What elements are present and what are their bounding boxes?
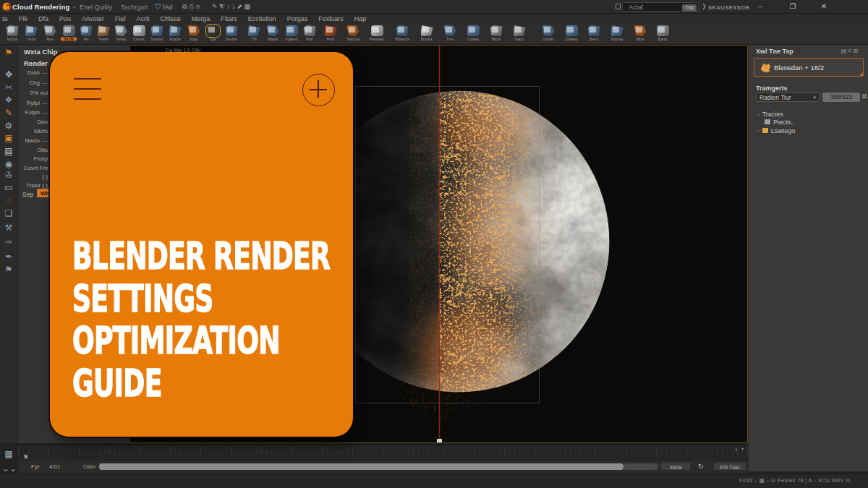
left-tool-icon[interactable]: ❏ — [2, 207, 15, 219]
menu-item[interactable]: Porgas — [287, 15, 308, 22]
menu-item[interactable]: Hap — [354, 15, 367, 22]
timeline-frames-button[interactable]: 460a — [660, 462, 691, 471]
tree-item-lswtego[interactable]: ›Lswtego — [757, 127, 795, 134]
left-tool-icon[interactable]: ◉ — [2, 158, 15, 170]
toolbar-item-sk2m[interactable]: SK2M — [59, 25, 78, 45]
maximize-button[interactable]: ❐ — [788, 2, 798, 10]
menu-item[interactable]: Fexluars — [318, 15, 344, 22]
toolbar-item-crbdes[interactable]: Crbdes — [539, 25, 558, 45]
left-panel-row[interactable]: Fxstp — [33, 155, 48, 162]
left-panel-row[interactable]: 0% nul — [30, 90, 48, 96]
search-input[interactable]: Actal Tlst — [622, 2, 699, 12]
titlebar-icon-cluster-2[interactable]: ✎ ⧨ ↕ ⤵ ⬈ ▦ — [212, 3, 250, 11]
toolbar-item-bang[interactable]: Bang — [653, 25, 672, 45]
menu-item[interactable]: Pik — [19, 15, 28, 22]
toolbar-item-geomt[interactable]: Geomt — [222, 25, 241, 45]
toolbar-item-reorlaer[interactable]: Reorlaer — [367, 25, 386, 45]
loop-icon[interactable]: ↻ — [698, 463, 704, 470]
minimize-button[interactable]: – — [755, 2, 765, 10]
toolbar-item-bend[interactable]: Bend — [584, 25, 603, 45]
left-tool-icon[interactable]: ▣ — [2, 132, 15, 144]
panel-toggle-icon[interactable] — [616, 4, 621, 9]
menu-item[interactable]: Pou — [59, 15, 71, 22]
toolbar-item-tyje[interactable]: Tyje — [203, 25, 222, 45]
left-tool-icon[interactable]: ✒ — [2, 251, 15, 262]
toolbar-item-tesns[interactable]: Tesns — [94, 25, 113, 45]
tree-item-tracies[interactable]: ›Tracies — [757, 111, 783, 118]
timeline-ruler[interactable]: S ▴ ▾ — [18, 445, 748, 460]
left-tool-icon[interactable]: ◌ — [2, 194, 15, 206]
toolbar-item-txst[interactable]: Txst — [441, 25, 459, 45]
chevron-down-icon[interactable]: ⌄ — [72, 3, 77, 9]
timeline-scrollbar[interactable] — [99, 463, 624, 470]
left-panel-row[interactable]: Cirg— — [29, 80, 48, 86]
toolbar-item-sutorap[interactable]: Sutorap — [608, 25, 626, 45]
toolbar-item-inglend[interactable]: Inglend — [282, 25, 301, 45]
left-tool-icon[interactable]: ⚑ — [2, 47, 15, 59]
toolbar-item-tfri[interactable]: Tfri — [244, 25, 263, 45]
toolbar-item-covars[interactable]: Covars — [464, 25, 482, 45]
toolbar-item-nebal[interactable]: Nebal — [111, 25, 130, 45]
left-panel-row[interactable]: Covrt Fm — [24, 165, 48, 171]
left-panel-row[interactable]: Gan — [37, 119, 48, 125]
toolbar-item-cnlatsy[interactable]: Cnlatsy — [562, 25, 581, 45]
left-tool-icon[interactable]: ▤ — [2, 145, 15, 157]
toolbar-item-hidserds[interactable]: Hidserds — [393, 25, 412, 45]
left-tool-icon[interactable]: ⚒ — [2, 222, 15, 234]
menu-item[interactable]: ta — [2, 15, 8, 22]
left-tool-icon[interactable]: ✥ — [2, 69, 15, 80]
close-button[interactable]: ✕ — [819, 2, 829, 10]
tree-item-piects[interactable]: Piects.. — [765, 119, 795, 126]
left-panel-row[interactable]: Micfu — [34, 128, 48, 134]
left-tool-icon[interactable]: ⚑ — [2, 264, 15, 275]
toolbar-item-bisch[interactable]: Bisch — [487, 25, 506, 45]
toolbar-item-injgs[interactable]: Injgs — [184, 25, 203, 45]
left-tool-icon[interactable]: ✂ — [2, 82, 15, 93]
titlebar-icon-cluster-1[interactable]: ⧉ ⎙ ⊕ — [182, 3, 200, 11]
toolbar-item-rarl[interactable]: Rarl — [300, 25, 319, 45]
left-tool-icon[interactable]: ✎ — [2, 107, 15, 119]
toolbar-item-systoer[interactable]: Systoer — [148, 25, 166, 45]
menu-item[interactable]: Fiel — [115, 15, 126, 22]
timeline-scrollbar-track[interactable] — [624, 463, 658, 470]
toolbar-item-punt[interactable]: Punt — [321, 25, 340, 45]
menu-item[interactable]: Ecctietlon — [248, 15, 276, 22]
toolbar-item-lerpolt[interactable]: lerpolt — [3, 25, 22, 45]
left-panel-row[interactable]: Nwdn— — [25, 137, 48, 144]
object-field[interactable]: Blensdan + 18/2 — [754, 58, 864, 77]
toolbar-item-wiss[interactable]: Wiss — [631, 25, 650, 45]
right-panel-header-icons[interactable]: ▤ ≡ ⊞ — [841, 48, 858, 54]
toolbar-item-gaicy[interactable]: Gaicy — [510, 25, 529, 45]
menu-item[interactable]: Anvoter — [82, 15, 104, 22]
left-tool-icon[interactable]: ❖ — [2, 94, 15, 106]
timeline-nav-arrows[interactable]: ▴ ▾ — [735, 446, 745, 451]
menu-item[interactable]: Chlsea — [161, 15, 181, 22]
timeline-left-icon[interactable]: ⌄⌄ — [2, 463, 15, 474]
menu-item[interactable]: Fitars — [221, 15, 237, 22]
left-panel-row[interactable]: Rytpl— — [27, 100, 48, 106]
left-panel-row[interactable]: Futph— — [25, 109, 48, 116]
hamburger-menu-icon[interactable] — [74, 78, 101, 100]
toolbar-item-bujsick[interactable]: Bujsick — [417, 25, 436, 45]
toolbar-item-acacte[interactable]: Acacte — [166, 25, 184, 45]
left-panel-row[interactable]: Olts — [38, 147, 48, 153]
timeline-left-icon[interactable]: ▦ — [2, 448, 15, 460]
toolbar-item-masiw[interactable]: Masiw — [263, 25, 282, 45]
left-tool-icon[interactable]: ▭ — [2, 181, 15, 193]
left-panel-row[interactable]: Trasir ( ) — [26, 182, 48, 189]
menu-item[interactable]: Acrit — [137, 15, 150, 22]
toolbar-item-altar[interactable]: Altar — [41, 25, 59, 45]
left-panel-row[interactable]: ( ) — [42, 174, 48, 180]
left-tool-icon[interactable]: ⚙ — [2, 120, 15, 132]
left-tool-icon[interactable]: ✑ — [2, 236, 15, 248]
toolbar-item-arr[interactable]: Arr — [77, 25, 95, 45]
toolbar-item-swirmal[interactable]: Swirmal — [344, 25, 362, 45]
plus-button[interactable] — [302, 74, 335, 106]
value-field[interactable]: 399/423 — [822, 93, 860, 102]
menu-item[interactable]: Dfa — [38, 15, 48, 22]
left-tool-icon[interactable]: ✇ — [2, 169, 15, 181]
menu-item[interactable]: Merga — [192, 15, 210, 22]
dice-icon[interactable]: ⚄ — [862, 93, 867, 100]
mode-select[interactable]: Radien Tiur▾ — [756, 93, 820, 102]
toolbar-item-unda[interactable]: Unda — [22, 25, 41, 45]
